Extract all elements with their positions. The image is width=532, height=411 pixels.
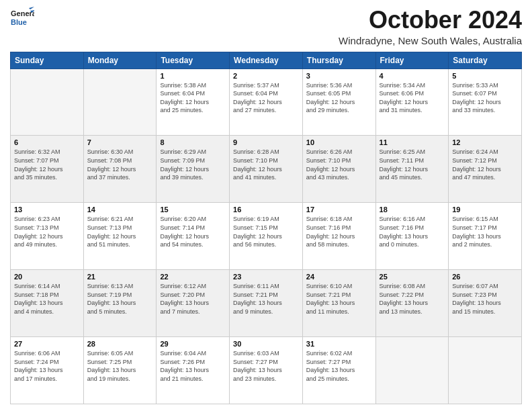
day-number: 20 — [14, 273, 80, 281]
day-number: 24 — [306, 273, 372, 281]
day-info: Sunrise: 5:33 AMSunset: 6:07 PMDaylight:… — [452, 81, 518, 115]
day-info: Sunrise: 6:26 AMSunset: 7:10 PMDaylight:… — [306, 148, 372, 181]
calendar-week-row: 13Sunrise: 6:23 AMSunset: 7:13 PMDayligh… — [11, 203, 522, 270]
day-info: Sunrise: 6:16 AMSunset: 7:16 PMDaylight:… — [380, 215, 445, 248]
day-info: Sunrise: 6:21 AMSunset: 7:13 PMDaylight:… — [87, 215, 153, 248]
table-row: 25Sunrise: 6:08 AMSunset: 7:22 PMDayligh… — [375, 270, 449, 337]
day-number: 1 — [160, 72, 226, 80]
day-number: 30 — [233, 340, 299, 348]
day-number: 31 — [306, 340, 372, 348]
table-row: 22Sunrise: 6:12 AMSunset: 7:20 PMDayligh… — [157, 270, 230, 337]
page: General Blue October 2024 Windradyne, Ne… — [0, 0, 532, 411]
day-info: Sunrise: 6:23 AMSunset: 7:13 PMDaylight:… — [14, 215, 80, 248]
day-info: Sunrise: 6:20 AMSunset: 7:14 PMDaylight:… — [160, 215, 226, 248]
table-row: 31Sunrise: 6:02 AMSunset: 7:27 PMDayligh… — [302, 337, 375, 404]
day-info: Sunrise: 5:36 AMSunset: 6:05 PMDaylight:… — [306, 81, 372, 115]
day-info: Sunrise: 6:08 AMSunset: 7:22 PMDaylight:… — [380, 282, 445, 316]
day-number: 16 — [233, 205, 299, 214]
day-number: 8 — [160, 138, 226, 146]
svg-text:Blue: Blue — [11, 18, 27, 26]
day-number: 25 — [380, 273, 445, 281]
calendar-week-row: 6Sunrise: 6:32 AMSunset: 7:07 PMDaylight… — [11, 136, 522, 203]
day-info: Sunrise: 6:13 AMSunset: 7:19 PMDaylight:… — [87, 282, 153, 316]
table-row: 4Sunrise: 5:34 AMSunset: 6:06 PMDaylight… — [375, 68, 449, 136]
table-row — [11, 68, 84, 136]
table-row: 30Sunrise: 6:03 AMSunset: 7:27 PMDayligh… — [230, 337, 303, 404]
col-thursday: Thursday — [302, 52, 375, 68]
location-title: Windradyne, New South Wales, Australia — [339, 35, 522, 46]
table-row: 1Sunrise: 5:38 AMSunset: 6:04 PMDaylight… — [157, 68, 230, 136]
day-number: 26 — [452, 273, 518, 281]
title-block: October 2024 Windradyne, New South Wales… — [339, 7, 522, 46]
table-row: 23Sunrise: 6:11 AMSunset: 7:21 PMDayligh… — [230, 270, 303, 337]
day-number: 7 — [87, 138, 153, 146]
calendar-header-row: Sunday Monday Tuesday Wednesday Thursday… — [11, 52, 522, 68]
table-row: 10Sunrise: 6:26 AMSunset: 7:10 PMDayligh… — [302, 136, 375, 203]
day-info: Sunrise: 6:24 AMSunset: 7:12 PMDaylight:… — [452, 148, 518, 181]
table-row: 8Sunrise: 6:29 AMSunset: 7:09 PMDaylight… — [157, 136, 230, 203]
day-number: 18 — [380, 205, 445, 214]
table-row: 20Sunrise: 6:14 AMSunset: 7:18 PMDayligh… — [11, 270, 84, 337]
day-info: Sunrise: 6:30 AMSunset: 7:08 PMDaylight:… — [87, 148, 153, 181]
calendar-table: Sunday Monday Tuesday Wednesday Thursday… — [10, 52, 522, 404]
day-number: 15 — [160, 205, 226, 214]
day-info: Sunrise: 6:19 AMSunset: 7:15 PMDaylight:… — [233, 215, 299, 248]
day-number: 17 — [306, 205, 372, 214]
col-wednesday: Wednesday — [230, 52, 303, 68]
table-row: 17Sunrise: 6:18 AMSunset: 7:16 PMDayligh… — [302, 203, 375, 270]
day-info: Sunrise: 6:03 AMSunset: 7:27 PMDaylight:… — [233, 349, 299, 383]
day-number: 9 — [233, 138, 299, 146]
day-info: Sunrise: 6:28 AMSunset: 7:10 PMDaylight:… — [233, 148, 299, 181]
table-row: 7Sunrise: 6:30 AMSunset: 7:08 PMDaylight… — [83, 136, 157, 203]
day-number: 11 — [380, 138, 445, 146]
calendar-week-row: 20Sunrise: 6:14 AMSunset: 7:18 PMDayligh… — [11, 270, 522, 337]
day-info: Sunrise: 6:06 AMSunset: 7:24 PMDaylight:… — [14, 349, 80, 383]
col-tuesday: Tuesday — [157, 52, 230, 68]
logo: General Blue — [10, 7, 34, 31]
table-row — [449, 337, 522, 404]
col-saturday: Saturday — [449, 52, 522, 68]
col-sunday: Sunday — [11, 52, 84, 68]
table-row: 18Sunrise: 6:16 AMSunset: 7:16 PMDayligh… — [375, 203, 449, 270]
day-number: 12 — [452, 138, 518, 146]
day-number: 6 — [14, 138, 80, 146]
day-number: 19 — [452, 205, 518, 214]
day-info: Sunrise: 6:32 AMSunset: 7:07 PMDaylight:… — [14, 148, 80, 181]
logo-svg: General Blue — [10, 7, 34, 31]
table-row: 15Sunrise: 6:20 AMSunset: 7:14 PMDayligh… — [157, 203, 230, 270]
day-info: Sunrise: 6:29 AMSunset: 7:09 PMDaylight:… — [160, 148, 226, 181]
day-number: 14 — [87, 205, 153, 214]
table-row: 9Sunrise: 6:28 AMSunset: 7:10 PMDaylight… — [230, 136, 303, 203]
day-info: Sunrise: 6:02 AMSunset: 7:27 PMDaylight:… — [306, 349, 372, 383]
day-number: 4 — [380, 72, 445, 80]
day-number: 27 — [14, 340, 80, 348]
day-info: Sunrise: 6:15 AMSunset: 7:17 PMDaylight:… — [452, 215, 518, 248]
header: General Blue October 2024 Windradyne, Ne… — [10, 7, 522, 46]
table-row: 13Sunrise: 6:23 AMSunset: 7:13 PMDayligh… — [11, 203, 84, 270]
svg-text:General: General — [11, 9, 34, 17]
table-row: 2Sunrise: 5:37 AMSunset: 6:04 PMDaylight… — [230, 68, 303, 136]
table-row: 21Sunrise: 6:13 AMSunset: 7:19 PMDayligh… — [83, 270, 157, 337]
table-row: 24Sunrise: 6:10 AMSunset: 7:21 PMDayligh… — [302, 270, 375, 337]
day-number: 21 — [87, 273, 153, 281]
table-row — [83, 68, 157, 136]
day-number: 13 — [14, 205, 80, 214]
calendar-week-row: 27Sunrise: 6:06 AMSunset: 7:24 PMDayligh… — [11, 337, 522, 404]
table-row: 16Sunrise: 6:19 AMSunset: 7:15 PMDayligh… — [230, 203, 303, 270]
table-row: 6Sunrise: 6:32 AMSunset: 7:07 PMDaylight… — [11, 136, 84, 203]
table-row: 28Sunrise: 6:05 AMSunset: 7:25 PMDayligh… — [83, 337, 157, 404]
day-info: Sunrise: 6:10 AMSunset: 7:21 PMDaylight:… — [306, 282, 372, 316]
day-number: 29 — [160, 340, 226, 348]
col-friday: Friday — [375, 52, 449, 68]
day-number: 5 — [452, 72, 518, 80]
day-number: 23 — [233, 273, 299, 281]
table-row: 19Sunrise: 6:15 AMSunset: 7:17 PMDayligh… — [449, 203, 522, 270]
day-info: Sunrise: 5:37 AMSunset: 6:04 PMDaylight:… — [233, 81, 299, 115]
table-row: 14Sunrise: 6:21 AMSunset: 7:13 PMDayligh… — [83, 203, 157, 270]
calendar-week-row: 1Sunrise: 5:38 AMSunset: 6:04 PMDaylight… — [11, 68, 522, 136]
col-monday: Monday — [83, 52, 157, 68]
table-row: 11Sunrise: 6:25 AMSunset: 7:11 PMDayligh… — [375, 136, 449, 203]
day-number: 22 — [160, 273, 226, 281]
day-info: Sunrise: 6:12 AMSunset: 7:20 PMDaylight:… — [160, 282, 226, 316]
table-row: 29Sunrise: 6:04 AMSunset: 7:26 PMDayligh… — [157, 337, 230, 404]
